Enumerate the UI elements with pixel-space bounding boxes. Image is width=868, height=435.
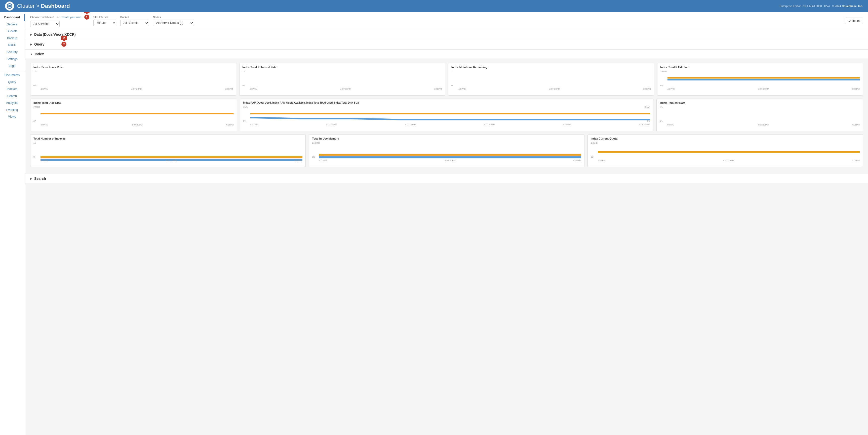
sidebar-item-label: Logs [9, 64, 16, 68]
sidebar-item-indexes[interactable]: Indexes [0, 86, 25, 93]
y-top-label: 1/s [33, 70, 36, 73]
query-label: Query [34, 42, 44, 46]
chart-svg [319, 141, 581, 162]
sidebar-item-backup[interactable]: Backup [0, 35, 25, 42]
chart-svg [667, 106, 860, 126]
y-top-label: 36MiB [660, 70, 667, 73]
search-section: ▶ Search [25, 174, 868, 183]
sidebar-item-query[interactable]: Query [0, 79, 25, 86]
chart-title: Index Request Rate [660, 101, 860, 104]
stat-interval-group: Stat Interval Minute [93, 15, 116, 26]
y-bottom-label: 0% [243, 120, 247, 122]
create-own-link[interactable]: create your own [62, 15, 81, 19]
chart-x-labels: 4:07PM 4:07:30PM 4:08PM [40, 88, 233, 90]
chart-svg [40, 141, 302, 162]
sidebar-item-label: Settings [6, 57, 18, 61]
sidebar-item-servers[interactable]: Servers [0, 21, 25, 28]
app-layout: Dashboard Servers Buckets Backup XDCR Se… [0, 12, 868, 435]
dashboard-selector-group: Choose Dashboard or create your own 1 1 … [30, 14, 89, 27]
reset-button[interactable]: ↺ Reset [845, 18, 863, 24]
y-top-label: 26MiB [33, 106, 40, 108]
chart-area: 1/s 0/s 4:07PM 4:07:30PM 4:08PM [660, 106, 860, 126]
chart-index-total-ram-used: Index Total RAM Used 36MiB 0B 4:07PM [657, 63, 863, 96]
badge-1-container: 1 1 [84, 14, 89, 20]
search-label: Search [34, 176, 46, 180]
chart-title: Total In-Use Memory [312, 137, 581, 140]
chart-area: 110MiB 0B 4:07PM 4:07:30PM 4:08PM [312, 141, 581, 162]
chart-x-labels: 4:07PM 4:07:30PM 4:08PM [319, 159, 581, 162]
choose-dashboard-label: Choose Dashboard [30, 15, 54, 19]
y-bottom-label: 0B [591, 156, 593, 158]
sidebar-item-label: Search [7, 94, 17, 98]
app-logo [5, 1, 14, 10]
data-docs-section-header[interactable]: ▶ Data (Docs/Views/XDCR) [25, 30, 868, 39]
sidebar-item-buckets[interactable]: Buckets [0, 28, 25, 35]
sidebar-item-label: Indexes [7, 87, 18, 91]
bucket-select[interactable]: All Buckets [120, 20, 149, 26]
chart-index-scan-items-rate: Index Scan Items Rate 1/s 0/s 4:07PM 4:0… [30, 63, 236, 96]
chart-area: 1/s 0/s 4:07PM 4:07:30PM 4:08PM [33, 70, 233, 90]
chart-x-labels: 4:07PM 4:07:30PM 4:08PM [668, 88, 860, 90]
query-section: ▶ Query 2 2 [25, 39, 868, 49]
index-charts-row2: Index Total Disk Size 26MiB 0B 4:07PM [30, 99, 863, 131]
y-bottom-label: 0B [660, 84, 663, 87]
chart-svg [40, 106, 234, 126]
header-left: Cluster > Dashboard [5, 1, 70, 10]
sidebar-item-documents[interactable]: Documents [0, 72, 25, 79]
chart-title: Index Mutations Remaining [452, 66, 651, 69]
chart-index-mutations-remaining: Index Mutations Remaining 1 0 4:07PM 4:0… [448, 63, 654, 96]
chart-area: 36MiB 0B 4:07PM 4:07:30PM 4:08PM [660, 70, 860, 90]
y-bottom-label: 0/s [243, 84, 246, 87]
bucket-group: Bucket All Buckets [120, 15, 149, 26]
chart-title: Total Number of Indexes [33, 137, 302, 140]
stat-interval-select[interactable]: Minute [93, 20, 116, 26]
search-section-header[interactable]: ▶ Search [25, 174, 868, 183]
chart-area: 15% 0% 3.5Gi 0B 4:07PM 4:07:15 [243, 106, 650, 126]
sidebar-item-label: Views [8, 115, 16, 119]
index-section: ▼ Index Index Scan Items Rate 1/s 0/s [25, 49, 868, 174]
chart-x-labels: 4:07PM 4:07:30PM 4:08PM [40, 159, 302, 162]
y-bottom-label: 0 [33, 156, 35, 158]
sidebar-item-analytics[interactable]: Analytics [0, 100, 25, 107]
company-label: Couchbase, Inc. [842, 4, 863, 7]
sidebar-item-xdcr[interactable]: XDCR [0, 42, 25, 49]
chart-title: Index Total Disk Size [33, 101, 234, 104]
y-top-label: 110MiB [312, 141, 320, 144]
index-section-header[interactable]: ▼ Index [25, 49, 868, 59]
sidebar-item-eventing[interactable]: Eventing [0, 107, 25, 114]
sidebar-item-search[interactable]: Search [0, 93, 25, 100]
chart-svg [250, 70, 442, 90]
app-title: Cluster > Dashboard [17, 3, 70, 9]
chart-title: Index Current Quota [591, 137, 860, 140]
tooltip-2: 2 [61, 36, 67, 40]
sidebar-item-views[interactable]: Views [0, 113, 25, 121]
chevron-right-icon: ▶ [30, 33, 32, 36]
sidebar-item-dashboard[interactable]: Dashboard [0, 14, 25, 21]
chart-svg [668, 70, 860, 90]
nodes-select[interactable]: All Server Nodes (2) [153, 20, 194, 26]
sidebar-item-security[interactable]: Security [0, 49, 25, 56]
tooltip-1: 1 [84, 12, 90, 13]
sidebar-item-label: Eventing [6, 108, 18, 112]
sidebar-divider [0, 71, 25, 71]
y-top-label: 15% [243, 106, 248, 108]
sidebar-item-label: Security [6, 50, 18, 54]
chart-svg [40, 70, 233, 90]
y-top-label: 1.8GiB [591, 141, 598, 144]
index-charts-row1: Index Scan Items Rate 1/s 0/s 4:07PM 4:0… [30, 63, 863, 96]
chart-x-labels: 4:07PM 4:07:30PM 4:08PM [250, 88, 442, 90]
chart-svg [598, 141, 860, 162]
badge-2-container: 2 2 [61, 42, 66, 47]
chart-area: 1 0 4:07PM 4:07:30PM 4:08PM [452, 70, 651, 90]
sidebar-item-label: Dashboard [4, 15, 20, 19]
sidebar-item-settings[interactable]: Settings [0, 56, 25, 63]
chart-index-request-rate: Index Request Rate 1/s 0/s 4:07PM 4:07:3… [656, 99, 863, 131]
index-charts-row3: Total Number of Indexes 15 0 4:07PM [30, 134, 863, 167]
sidebar-item-label: Analytics [6, 101, 18, 105]
chart-x-labels: 4:07PM 4:07:15PM 4:07:30PM 4:07:45PM 4:0… [250, 123, 650, 126]
sidebar-item-logs[interactable]: Logs [0, 63, 25, 70]
query-section-header[interactable]: ▶ Query 2 2 [25, 39, 868, 49]
header-right: Enterprise Edition 7.6.4 build 0000 · IP… [779, 4, 863, 7]
chart-svg [458, 70, 651, 90]
dashboard-select[interactable]: All Services [30, 21, 60, 27]
